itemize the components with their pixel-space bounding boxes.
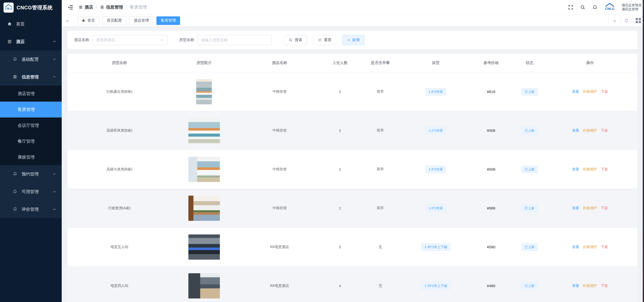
sidebar-collapse-icon[interactable] [67, 4, 74, 10]
room-photo [188, 234, 220, 260]
add-button[interactable]: + 新增 [343, 35, 364, 45]
sidebar-item-review-mgmt[interactable]: 评价管理 [0, 200, 62, 218]
view-link[interactable]: 查看 [572, 284, 579, 288]
user-info[interactable]: 酒店总管理员 酒店总管理 [622, 3, 641, 11]
room-photo [188, 118, 220, 143]
filter-bar: 酒店名称 请选择酒店 房型名称 搜索 重置 + 新增 [67, 31, 637, 49]
sidebar-item-label: 基础配置 [22, 56, 39, 62]
room-name: 高级大床房(B座) [67, 167, 171, 172]
home-icon [82, 19, 85, 22]
app-logo-row: CNLG CNCG管理系统 [0, 0, 62, 15]
room-name: 电竞五人间 [67, 245, 171, 249]
chevron-down-icon [53, 190, 56, 193]
hotel-select[interactable]: 请选择酒店 [92, 35, 168, 45]
take-down-link[interactable]: 下架 [601, 206, 608, 210]
list-icon [13, 74, 18, 79]
sidebar-item-hotel-mgmt[interactable]: 酒店管理 [0, 86, 62, 102]
sidebar-item-label: 酒店管理 [18, 91, 35, 97]
tabs-scroll-right-button[interactable]: » [608, 15, 620, 26]
hotel-name: 中韩宾馆 [237, 128, 322, 133]
sidebar-item-hotel[interactable]: 酒店 [0, 33, 62, 50]
table-row: 高级大床房(B座) 中韩宾馆 2 双早 1.8*2米床 ¥508 已上架 查看 … [67, 150, 637, 189]
breakfast-value: 无 [358, 284, 403, 288]
refresh-icon[interactable] [620, 15, 632, 26]
view-link[interactable]: 查看 [572, 128, 579, 133]
chevron-down-icon [53, 57, 56, 61]
room-photo [196, 79, 212, 104]
bell-icon [13, 171, 18, 176]
view-link[interactable]: 查看 [572, 167, 579, 172]
price-maintain-link[interactable]: 价格维护 [583, 167, 597, 172]
status-badge: 已上架 [521, 127, 538, 134]
tab-home-config[interactable]: 首页配置 [103, 16, 126, 25]
sidebar-item-label: 可用管理 [22, 189, 39, 195]
room-name: 高级双床房(B座) [67, 128, 171, 133]
take-down-link[interactable]: 下架 [601, 128, 608, 133]
take-down-link[interactable]: 下架 [601, 89, 608, 94]
sidebar-item-info-mgmt[interactable]: 信息管理 [0, 68, 62, 86]
status-badge: 已上架 [521, 204, 538, 212]
price-value: ¥480 [468, 284, 514, 288]
breadcrumb-item-hotel[interactable]: 酒店 [79, 4, 93, 10]
tab-label: 首页配置 [107, 18, 122, 23]
view-link[interactable]: 查看 [572, 245, 579, 249]
price-maintain-link[interactable]: 价格维护 [583, 89, 597, 94]
status-badge: 已上架 [521, 88, 538, 96]
breakfast-value: 双早 [358, 206, 403, 210]
take-down-link[interactable]: 下架 [601, 167, 608, 172]
chevron-down-icon [160, 38, 164, 42]
room-name: 行政套房(A座) [67, 206, 171, 210]
sidebar-item-recreation-mgmt[interactable]: 康娱管理 [0, 149, 62, 165]
take-down-link[interactable]: 下架 [601, 284, 608, 288]
tab-hotel-mgmt[interactable]: 酒店管理 [129, 16, 153, 25]
room-name: 行政露台房(B座) [67, 89, 171, 94]
reset-button[interactable]: 重置 [313, 35, 336, 45]
bell-icon [13, 207, 18, 212]
room-type-input[interactable] [197, 35, 272, 45]
home-icon [7, 21, 12, 26]
room-name: 电竞四人间 [67, 284, 171, 288]
window-edge [643, 0, 644, 302]
table-row: 行政套房(A座) 中韩宾馆 2 双早 1.8*2米床 ¥988 已上架 查看 价… [67, 189, 637, 228]
search-icon[interactable] [580, 5, 586, 10]
view-link[interactable]: 查看 [572, 89, 579, 94]
col-header: 房型图片 [171, 61, 237, 65]
chevron-down-icon [53, 172, 56, 176]
sidebar-item-restaurant-mgmt[interactable]: 餐厅管理 [0, 133, 62, 149]
tab-room-mgmt[interactable]: 客房管理 [156, 16, 180, 25]
search-button[interactable]: 搜索 [284, 35, 307, 45]
search-button-label: 搜索 [295, 38, 302, 42]
hotel-name: 中韩宾馆 [237, 167, 322, 172]
tabs-scroll-left-button[interactable]: « [62, 15, 74, 26]
layout-grid-icon[interactable] [632, 15, 644, 26]
take-down-link[interactable]: 下架 [601, 245, 608, 249]
fullscreen-icon[interactable] [568, 5, 573, 10]
col-header: 酒店名称 [237, 61, 322, 65]
view-link[interactable]: 查看 [572, 206, 579, 210]
tab-label: 客房管理 [161, 18, 176, 23]
add-button-label: 新增 [352, 38, 360, 42]
bed-type-tag: 1.35*2米上下铺 [421, 282, 450, 290]
chevron-up-icon [53, 40, 56, 43]
sidebar-item-label: 首页 [16, 21, 25, 27]
sidebar-item-label: 客房管理 [18, 107, 35, 112]
sidebar-item-meeting-mgmt[interactable]: 会议厅管理 [0, 117, 62, 133]
sidebar-item-booking-mgmt[interactable]: 预约管理 [0, 165, 62, 183]
user-role-line1: 酒店总管理员 [622, 3, 641, 7]
tab-home[interactable]: 首页 [77, 16, 99, 25]
price-maintain-link[interactable]: 价格维护 [583, 284, 597, 288]
user-org-logo-icon: CNLG [604, 2, 615, 13]
bed-type-tag: 1.35*2米上下铺 [421, 243, 450, 251]
sidebar-item-base-config[interactable]: 基础配置 [0, 50, 62, 68]
status-badge: 已上架 [521, 282, 538, 290]
status-badge: 已上架 [521, 166, 538, 173]
sidebar-item-room-mgmt[interactable]: 客房管理 [0, 102, 62, 117]
bell-icon[interactable] [592, 5, 598, 10]
bed-type-tag: 1.2*2米床 [425, 127, 446, 134]
price-maintain-link[interactable]: 价格维护 [583, 128, 597, 133]
sidebar-item-home[interactable]: 首页 [0, 15, 62, 33]
breadcrumb-item-info-mgmt[interactable]: 信息管理 [100, 4, 123, 10]
price-maintain-link[interactable]: 价格维护 [583, 206, 597, 210]
price-maintain-link[interactable]: 价格维护 [583, 245, 597, 249]
sidebar-item-available-mgmt[interactable]: 可用管理 [0, 183, 62, 200]
